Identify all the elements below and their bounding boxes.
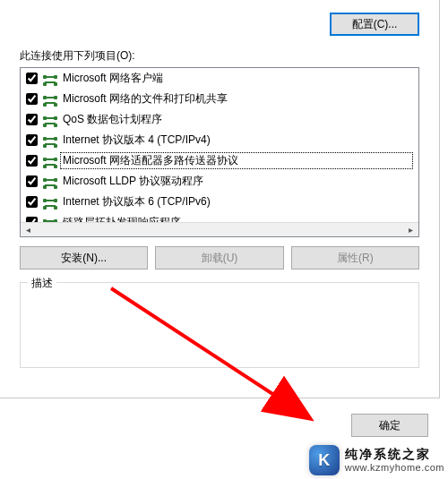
- watermark-logo-icon: K: [309, 445, 340, 475]
- network-protocol-icon: [43, 154, 57, 168]
- configure-button[interactable]: 配置(C)...: [330, 13, 419, 36]
- scroll-right-arrow[interactable]: ▸: [403, 223, 418, 236]
- list-item[interactable]: Microsoft 网络的文件和打印机共享: [21, 89, 418, 109]
- network-protocol-icon: [43, 195, 57, 210]
- item-label: Internet 协议版本 6 (TCP/IPv6): [63, 194, 413, 210]
- item-label: QoS 数据包计划程序: [63, 112, 413, 127]
- network-protocol-icon: [43, 175, 57, 189]
- item-checkbox[interactable]: [26, 73, 38, 84]
- watermark-title: 纯净系统之家: [345, 448, 444, 461]
- network-protocol-icon: [43, 92, 57, 107]
- item-label: Microsoft 网络的文件和打印机共享: [63, 91, 413, 107]
- list-h-scrollbar[interactable]: ◂ ▸: [21, 222, 418, 236]
- item-checkbox[interactable]: [26, 155, 38, 167]
- item-checkbox[interactable]: [26, 114, 38, 125]
- watermark: K 纯净系统之家 www.kzmyhome.com: [309, 445, 444, 475]
- item-label: Microsoft 网络适配器多路传送器协议: [60, 152, 413, 169]
- network-items-list[interactable]: Microsoft 网络客户端Microsoft 网络的文件和打印机共享QoS …: [20, 67, 419, 237]
- scroll-left-arrow[interactable]: ◂: [21, 223, 36, 236]
- uninstall-button[interactable]: 卸载(U): [155, 246, 283, 269]
- list-item[interactable]: Microsoft 网络客户端: [21, 68, 418, 89]
- properties-button[interactable]: 属性(R): [291, 246, 419, 269]
- item-checkbox[interactable]: [26, 175, 38, 187]
- list-item[interactable]: Microsoft LLDP 协议驱动程序: [21, 171, 418, 192]
- item-checkbox[interactable]: [26, 196, 38, 208]
- item-label: Internet 协议版本 4 (TCP/IPv4): [63, 133, 413, 148]
- description-label: 描述: [28, 276, 56, 291]
- item-label: Microsoft LLDP 协议驱动程序: [63, 174, 413, 189]
- items-heading: 此连接使用下列项目(O):: [20, 48, 419, 64]
- list-item[interactable]: 链路层拓扑发现响应程序: [21, 212, 418, 222]
- item-checkbox[interactable]: [26, 134, 38, 146]
- item-label: 链路层拓扑发现响应程序: [63, 215, 413, 222]
- scroll-track[interactable]: [36, 223, 403, 236]
- install-button[interactable]: 安装(N)...: [20, 246, 148, 269]
- item-checkbox[interactable]: [26, 93, 38, 105]
- list-item[interactable]: Microsoft 网络适配器多路传送器协议: [21, 150, 418, 171]
- list-item[interactable]: Internet 协议版本 6 (TCP/IPv6): [21, 192, 418, 212]
- network-protocol-icon: [43, 113, 57, 127]
- description-group: 描述: [20, 282, 419, 368]
- item-label: Microsoft 网络客户端: [63, 71, 413, 86]
- network-protocol-icon: [43, 72, 57, 86]
- watermark-url: www.kzmyhome.com: [345, 462, 444, 473]
- network-protocol-icon: [43, 133, 57, 148]
- list-item[interactable]: Internet 协议版本 4 (TCP/IPv4): [21, 130, 418, 150]
- ok-button[interactable]: 确定: [351, 414, 428, 437]
- network-protocol-icon: [43, 216, 57, 223]
- list-item[interactable]: QoS 数据包计划程序: [21, 109, 418, 130]
